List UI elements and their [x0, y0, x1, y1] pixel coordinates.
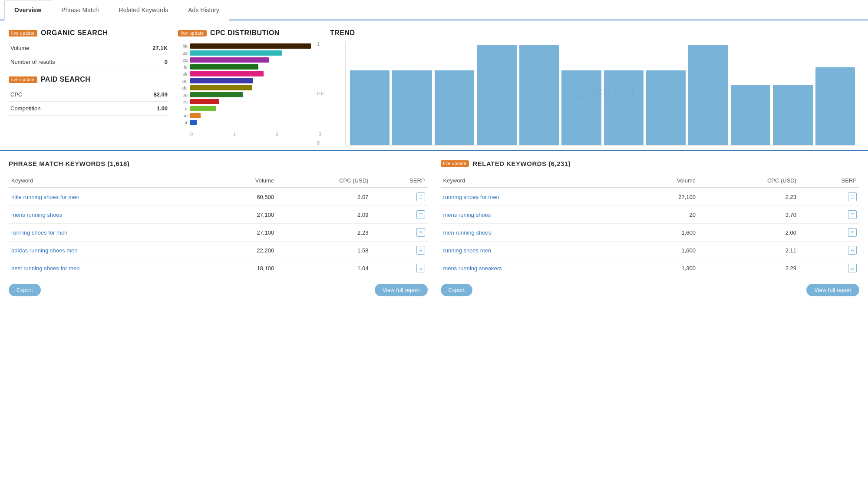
related-kw-header: Keyword Volume CPC (USD) SERP [441, 174, 860, 188]
trend-bar-item [688, 45, 728, 145]
tab-related-keywords[interactable]: Related Keywords [109, 0, 178, 20]
related-kw-view-report-button[interactable]: View full report [806, 284, 859, 296]
related-kw-title: live update RELATED KEYWORDS (6,231) [441, 160, 860, 167]
cpc-bar-wrap [190, 71, 321, 76]
cpc-bar-label: in [178, 113, 188, 118]
col-volume: Volume [628, 174, 698, 188]
keyword-link[interactable]: running shoes for men [443, 194, 499, 200]
serp-icon[interactable]: ☷ [848, 210, 857, 219]
volume-cell: 27,100 [628, 188, 698, 206]
serp-cell[interactable]: ☷ [371, 206, 427, 224]
cpc-bar [190, 92, 243, 97]
keyword-link[interactable]: men running shoes [443, 229, 492, 236]
serp-icon[interactable]: ☷ [416, 228, 425, 237]
cpc-bar-label: es [178, 99, 188, 104]
serp-icon[interactable]: ☷ [848, 192, 857, 201]
cpc-axis: 0 1 2 3 [178, 132, 321, 137]
cpc-bar-row: hk [178, 43, 321, 49]
serp-cell[interactable]: ☷ [799, 224, 859, 242]
cpc-bar-wrap [190, 78, 321, 83]
cpc-bar-label: it [178, 106, 188, 111]
serp-icon[interactable]: ☷ [416, 192, 425, 201]
tab-bar: Overview Phrase Match Related Keywords A… [0, 0, 868, 20]
keyword-link[interactable]: running shoes for men [11, 229, 67, 236]
phrase-match-header: Keyword Volume CPC (USD) SERP [9, 174, 428, 188]
volume-cell: 22,200 [211, 242, 277, 259]
trend-bar-item [731, 85, 770, 145]
serp-cell[interactable]: ☷ [799, 242, 859, 259]
tab-ads-history[interactable]: Ads History [178, 0, 229, 20]
serp-cell[interactable]: ☷ [371, 188, 427, 206]
volume-cell: 60,500 [211, 188, 277, 206]
col-cpc: CPC (USD) [698, 174, 799, 188]
serp-cell[interactable]: ☷ [371, 224, 427, 242]
cpc-cell: 2.09 [277, 206, 371, 224]
cpc-bar-row: es [178, 99, 321, 104]
phrase-match-export-button[interactable]: Export [9, 284, 41, 296]
cpc-bar-row: it [178, 106, 321, 111]
cpc-bar [190, 50, 282, 56]
keyword-link[interactable]: mens running shoes [11, 212, 62, 218]
trend-bar-item [773, 85, 812, 145]
top-section: live update ORGANIC SEARCH Volume 27.1K … [0, 20, 868, 151]
cpc-cell: 1.04 [277, 259, 371, 277]
related-kw-export-button[interactable]: Export [441, 284, 473, 296]
serp-cell[interactable]: ☷ [799, 206, 859, 224]
table-row: mens running sneakers 1,300 2.29 ☷ [441, 259, 860, 277]
cpc-cell: 2.23 [698, 188, 799, 206]
serp-icon[interactable]: ☷ [848, 264, 857, 272]
cpc-bar-label: hk [178, 43, 188, 49]
serp-icon[interactable]: ☷ [416, 246, 425, 255]
related-keywords-panel: live update RELATED KEYWORDS (6,231) Key… [441, 160, 860, 296]
cpc-bar [190, 57, 269, 63]
cpc-distribution-panel: live update CPC DISTRIBUTION hkuscaieuka… [178, 29, 321, 146]
phrase-match-panel: PHRASE MATCH KEYWORDS (1,618) Keyword Vo… [9, 160, 428, 296]
cpc-bar-row: de [178, 85, 321, 90]
keyword-link[interactable]: mens runing shoes [443, 212, 491, 218]
tab-overview[interactable]: Overview [4, 0, 51, 20]
cpc-bar-row: au [178, 78, 321, 83]
serp-cell[interactable]: ☷ [799, 188, 859, 206]
kw-cell: running shoes men [441, 242, 628, 259]
keyword-link[interactable]: adidas running shoes men [11, 247, 78, 254]
serp-icon[interactable]: ☷ [416, 210, 425, 219]
volume-cell: 18,100 [211, 259, 277, 277]
keyword-link[interactable]: mens running sneakers [443, 265, 502, 272]
table-row: best running shoes for men 18,100 1.04 ☷ [9, 259, 428, 277]
cpc-bar-label: ie [178, 64, 188, 70]
cpc-bar-label: de [178, 85, 188, 90]
trend-y-labels: 1 0.5 0 [317, 41, 323, 146]
serp-icon[interactable]: ☷ [848, 228, 857, 237]
serp-cell[interactable]: ☷ [371, 259, 427, 277]
cpc-bar-wrap [190, 92, 321, 97]
trend-bar-item [646, 70, 686, 146]
trend-bar-item [350, 70, 389, 146]
kw-cell: running shoes for men [441, 188, 628, 206]
kw-cell: best running shoes for men [9, 259, 211, 277]
serp-icon[interactable]: ☷ [416, 264, 425, 272]
phrase-match-title: PHRASE MATCH KEYWORDS (1,618) [9, 160, 428, 167]
keyword-link[interactable]: running shoes men [443, 247, 492, 254]
col-keyword: Keyword [441, 174, 628, 188]
bottom-section: PHRASE MATCH KEYWORDS (1,618) Keyword Vo… [0, 151, 868, 305]
keyword-link[interactable]: best running shoes for men [11, 265, 80, 272]
paid-stats: CPC $2.09 Competition 1.00 [9, 88, 169, 116]
cpc-bar [190, 78, 253, 83]
tab-phrase-match[interactable]: Phrase Match [51, 0, 109, 20]
cpc-bar-wrap [190, 99, 321, 104]
cpc-bar [190, 120, 197, 125]
serp-cell[interactable]: ☷ [371, 242, 427, 259]
cpc-bar-row: us [178, 50, 321, 56]
serp-cell[interactable]: ☷ [799, 259, 859, 277]
organic-title: live update ORGANIC SEARCH [9, 29, 169, 37]
kw-cell: mens runing shoes [441, 206, 628, 224]
phrase-match-view-report-button[interactable]: View full report [375, 284, 428, 296]
kw-cell: nike running shoes for men [9, 188, 211, 206]
cpc-chart: hkuscaieukaudesgesitintr [178, 41, 321, 129]
serp-icon[interactable]: ☷ [848, 246, 857, 255]
col-cpc: CPC (USD) [277, 174, 371, 188]
cpc-bar [190, 85, 252, 90]
cpc-bar-row: uk [178, 71, 321, 76]
paid-title: live update PAID SEARCH [9, 76, 169, 83]
keyword-link[interactable]: nike running shoes for men [11, 194, 79, 200]
